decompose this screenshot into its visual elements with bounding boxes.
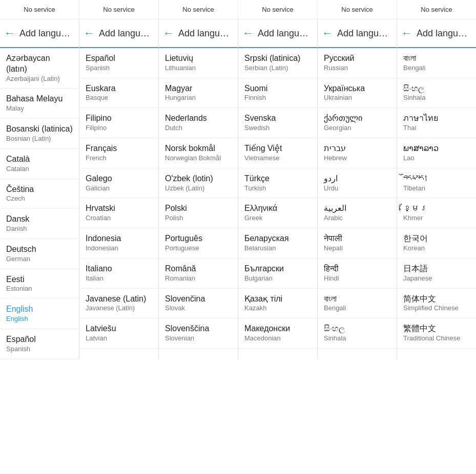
back-arrow-icon[interactable]: ←: [4, 27, 15, 40]
list-item[interactable]: РусскийRussian: [318, 48, 397, 78]
back-arrow-icon[interactable]: ←: [322, 27, 333, 40]
list-item[interactable]: 繁體中文Traditional Chinese: [397, 318, 476, 349]
status-segment-1: No service: [0, 0, 79, 19]
panel-title: Add language: [178, 28, 234, 39]
list-item[interactable]: Қазақ тіліKazakh: [238, 289, 317, 319]
panel-title: Add language: [19, 28, 75, 39]
list-item[interactable]: O'zbek (lotin)Uzbek (Latin): [159, 168, 238, 199]
panel-1: ←Add languageAzərbaycan (latın)Azerbaija…: [0, 19, 79, 359]
language-subtitle: Korean: [403, 244, 470, 253]
list-item[interactable]: සිංහලSinhala: [318, 318, 397, 349]
list-item[interactable]: བོད་སྐད།Tibetan: [397, 168, 476, 199]
status-segment-5: No service: [318, 0, 397, 19]
list-item[interactable]: Azərbaycan (latın)Azerbaijani (Latin): [0, 48, 79, 89]
list-item[interactable]: ພາສາລາວLao: [397, 138, 476, 168]
list-item[interactable]: TürkçeTurkish: [238, 168, 317, 199]
language-name: 한국어: [403, 233, 470, 244]
list-item[interactable]: LietuviųLithuanian: [159, 48, 238, 78]
language-subtitle: Khmer: [403, 214, 470, 223]
language-name: Bahasa Melayu: [6, 94, 73, 104]
list-item[interactable]: ΕλληνικάGreek: [238, 198, 317, 228]
list-item[interactable]: DeutschGerman: [0, 239, 79, 269]
language-subtitle: Japanese: [403, 274, 470, 283]
list-item[interactable]: PolskiPolish: [159, 198, 238, 228]
language-subtitle: French: [86, 154, 152, 163]
back-arrow-icon[interactable]: ←: [401, 27, 412, 40]
language-subtitle: Hebrew: [324, 154, 390, 163]
list-item[interactable]: SvenskaSwedish: [238, 108, 317, 138]
list-item[interactable]: සිංහලSinhala: [397, 78, 476, 109]
language-name: Беларуская: [244, 233, 311, 244]
list-item[interactable]: Tiếng ViệtVietnamese: [238, 138, 317, 168]
language-subtitle: Sinhala: [324, 334, 390, 343]
list-item[interactable]: FrançaisFrench: [79, 138, 158, 168]
list-item[interactable]: Srpski (latinica)Serbian (Latin): [238, 48, 317, 78]
list-item[interactable]: Norsk bokmålNorwegian Bokmål: [159, 138, 238, 168]
list-item[interactable]: বাংলাBengali: [397, 48, 476, 78]
language-list: РусскийRussianУкраїнськаUkrainianქართული…: [318, 48, 397, 349]
list-item[interactable]: HrvatskiCroatian: [79, 198, 158, 228]
language-name: Svenska: [244, 113, 311, 124]
list-item[interactable]: বাংলাBengali: [318, 289, 397, 319]
list-item[interactable]: Bahasa MelayuMalay: [0, 89, 79, 119]
list-item[interactable]: नेपालीNepali: [318, 228, 397, 258]
list-item[interactable]: SlovenčinaSlovak: [159, 289, 238, 319]
language-subtitle: Russian: [324, 64, 390, 73]
list-item[interactable]: MagyarHungarian: [159, 78, 238, 109]
list-item[interactable]: EuskaraBasque: [79, 78, 158, 109]
language-name: Türkçe: [244, 174, 311, 184]
language-name: اردو: [324, 174, 390, 184]
list-item[interactable]: EspañolSpanish: [0, 329, 79, 359]
list-item[interactable]: ItalianoItalian: [79, 258, 158, 289]
list-item[interactable]: Bosanski (latinica)Bosnian (Latin): [0, 119, 79, 149]
list-item[interactable]: हिन्दीHindi: [318, 258, 397, 289]
list-item[interactable]: FilipinoFilipino: [79, 108, 158, 138]
list-item[interactable]: Javanese (Latin)Javanese (Latin): [79, 289, 158, 319]
list-item[interactable]: EspañolSpanish: [79, 48, 158, 78]
list-item[interactable]: LatviešuLatvian: [79, 318, 158, 349]
list-item[interactable]: EnglishEnglish: [0, 299, 79, 329]
list-item[interactable]: EestiEstonian: [0, 269, 79, 299]
list-item[interactable]: УкраїнськаUkrainian: [318, 78, 397, 109]
language-subtitle: Ukrainian: [324, 94, 390, 102]
back-arrow-icon[interactable]: ←: [242, 27, 254, 40]
list-item[interactable]: 简体中文Simplified Chinese: [397, 289, 476, 319]
language-subtitle: Czech: [6, 195, 73, 203]
list-item[interactable]: 한국어Korean: [397, 228, 476, 258]
language-subtitle: Polish: [165, 214, 232, 223]
list-item[interactable]: ქართულიGeorgian: [318, 108, 397, 138]
list-item[interactable]: RomânăRomanian: [159, 258, 238, 289]
list-item[interactable]: IndonesiaIndonesian: [79, 228, 158, 258]
language-name: Eesti: [6, 274, 73, 285]
list-item[interactable]: SlovenščinaSlovenian: [159, 318, 238, 349]
list-item[interactable]: עבריתHebrew: [318, 138, 397, 168]
list-item[interactable]: CatalàCatalan: [0, 149, 79, 179]
list-item[interactable]: ภาษาไทยThai: [397, 108, 476, 138]
language-name: Azərbaycan (latın): [6, 53, 73, 75]
language-name: ខ្មែរ: [403, 203, 470, 214]
list-item[interactable]: العربيةArabic: [318, 198, 397, 228]
language-name: Latviešu: [86, 324, 152, 334]
list-item[interactable]: ខ្មែរKhmer: [397, 198, 476, 228]
list-item[interactable]: GalegoGalician: [79, 168, 158, 199]
list-item[interactable]: МакедонскиMacedonian: [238, 318, 317, 349]
language-subtitle: Georgian: [324, 124, 390, 133]
list-item[interactable]: SuomiFinnish: [238, 78, 317, 109]
back-arrow-icon[interactable]: ←: [163, 27, 174, 40]
list-item[interactable]: БългарскиBulgarian: [238, 258, 317, 289]
language-name: Magyar: [165, 83, 232, 94]
language-subtitle: Italian: [86, 274, 152, 283]
language-name: Tiếng Việt: [244, 143, 311, 154]
list-item[interactable]: اردوUrdu: [318, 168, 397, 199]
list-item[interactable]: PortuguêsPortuguese: [159, 228, 238, 258]
list-item[interactable]: ČeštinaCzech: [0, 179, 79, 209]
list-item[interactable]: NederlandsDutch: [159, 108, 238, 138]
language-subtitle: Simplified Chinese: [403, 304, 470, 313]
list-item[interactable]: DanskDanish: [0, 209, 79, 239]
language-name: Български: [244, 264, 311, 274]
language-name: Español: [86, 53, 152, 64]
list-item[interactable]: 日本語Japanese: [397, 258, 476, 289]
list-item[interactable]: БеларускаяBelarusian: [238, 228, 317, 258]
language-name: Filipino: [86, 113, 152, 124]
back-arrow-icon[interactable]: ←: [84, 27, 95, 40]
